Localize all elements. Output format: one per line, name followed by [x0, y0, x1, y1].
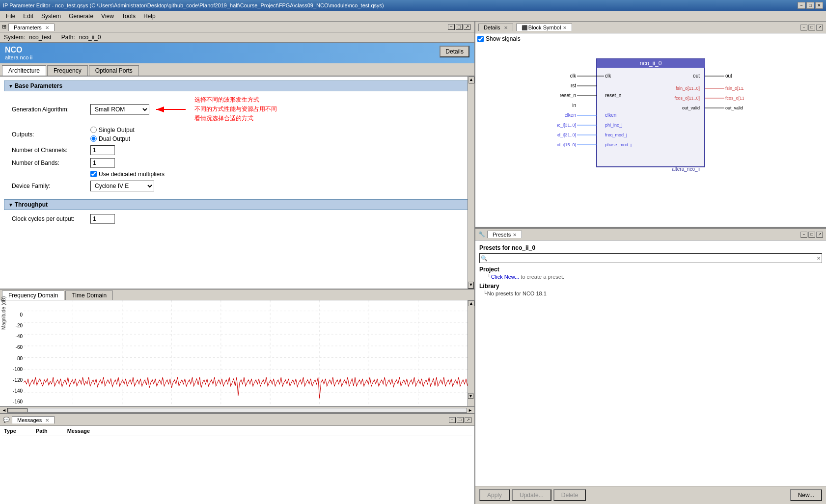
single-output-radio-label[interactable]: Single Output: [90, 127, 135, 133]
chart-tab-time[interactable]: Time Domain: [65, 291, 113, 300]
channels-label: Number of Channels:: [12, 147, 90, 154]
params-tab-close[interactable]: ✕: [45, 25, 49, 30]
svg-text:rst: rst: [571, 83, 576, 88]
scroll-right-btn[interactable]: ►: [467, 408, 473, 413]
messages-header: 💬 Messages ✕ − □ ↗: [0, 414, 474, 426]
chart-tab-frequency[interactable]: Frequency Domain: [2, 291, 64, 300]
col-message: Message: [67, 428, 90, 434]
throughput-header[interactable]: Throughput: [4, 199, 470, 210]
chart-scroll-up[interactable]: ▲: [468, 300, 474, 306]
params-tab[interactable]: Parameters ✕: [8, 24, 55, 31]
search-clear-icon[interactable]: ✕: [817, 256, 821, 261]
svg-text:fsin_o[11..0]: fsin_o[11..0]: [676, 86, 700, 91]
presets-minimize-btn[interactable]: −: [800, 232, 807, 238]
params-icon: ⊞: [2, 24, 6, 30]
delete-button[interactable]: Delete: [553, 489, 586, 501]
menu-file[interactable]: File: [2, 12, 19, 21]
show-signals-checkbox[interactable]: [477, 36, 484, 42]
system-label: System:: [4, 34, 25, 41]
details-tab-close[interactable]: ✕: [504, 25, 508, 30]
left-panel: ⊞ Parameters ✕ − □ ↗ System: nco_test Pa…: [0, 22, 475, 504]
tab-optional-ports[interactable]: Optional Ports: [89, 65, 139, 76]
window-controls[interactable]: − □ ✕: [798, 2, 823, 9]
messages-tab[interactable]: Messages ✕: [12, 416, 55, 424]
base-params-header[interactable]: Base Parameters: [4, 80, 470, 91]
single-output-radio[interactable]: [90, 127, 97, 133]
svg-text:reset_n: reset_n: [605, 93, 621, 98]
block-symbol-tab-close[interactable]: ✕: [563, 25, 567, 30]
presets-detach-btn[interactable]: ↗: [816, 232, 823, 238]
multipliers-checkbox[interactable]: [90, 171, 97, 177]
clock-cycles-input[interactable]: [90, 214, 115, 224]
presets-panel: 🔧 Presets ✕ − □ ↗ Presets for nco_ii_0 🔍: [475, 228, 826, 504]
params-detach-btn[interactable]: ↗: [464, 24, 470, 30]
details-button[interactable]: Details: [440, 46, 469, 57]
messages-minimize-btn[interactable]: −: [449, 417, 456, 423]
block-symbol-tab[interactable]: ⬛ Block Symbol ✕: [516, 24, 573, 31]
h-scrollbar-track[interactable]: [7, 408, 467, 413]
bands-input[interactable]: [90, 158, 115, 168]
svg-text:fcos_o[11..0]: fcos_o[11..0]: [674, 96, 700, 101]
close-button[interactable]: ✕: [815, 2, 823, 9]
presets-maximize-btn[interactable]: □: [808, 232, 815, 238]
presets-library-section: Library: [479, 283, 822, 290]
tab-architecture[interactable]: Architecture: [2, 65, 46, 76]
restore-button[interactable]: □: [806, 2, 814, 9]
dual-output-radio[interactable]: [90, 135, 97, 142]
svg-text:out_valid: out_valid: [725, 106, 743, 110]
architecture-content: Base Parameters Generation Algorithm: Sm…: [0, 77, 474, 289]
menu-system[interactable]: System: [37, 12, 65, 21]
details-detach-btn[interactable]: ↗: [816, 25, 823, 30]
h-scrollbar[interactable]: ◄ ►: [0, 406, 474, 413]
tab-frequency[interactable]: Frequency: [47, 65, 88, 76]
h-scrollbar-thumb[interactable]: [8, 408, 28, 412]
presets-tab-close[interactable]: ✕: [513, 232, 517, 238]
y-axis-title: Magnitude (dB): [1, 310, 6, 330]
presets-search-box[interactable]: 🔍 ✕: [479, 253, 822, 263]
tab-bar: Architecture Frequency Optional Ports: [0, 63, 474, 77]
params-maximize-btn[interactable]: □: [456, 24, 463, 30]
presets-click-new-link[interactable]: Click New...: [491, 274, 519, 280]
details-tab[interactable]: Details ✕: [478, 24, 513, 31]
single-output-label: Single Output: [99, 127, 135, 133]
minimize-button[interactable]: −: [798, 2, 805, 9]
chart-scrollbar[interactable]: ▲ ▼: [468, 300, 474, 406]
presets-footer: Apply Update... Delete New...: [475, 486, 826, 504]
messages-detach-btn[interactable]: ↗: [465, 417, 471, 423]
nco-title: NCO: [5, 46, 32, 54]
generation-algorithm-select[interactable]: Small ROM Large ROM Multiplier-based: [90, 104, 149, 115]
channels-input[interactable]: [90, 145, 115, 155]
menu-edit[interactable]: Edit: [19, 12, 37, 21]
presets-icon: 🔧: [478, 231, 485, 238]
scroll-left-btn[interactable]: ◄: [1, 408, 7, 413]
presets-search-input[interactable]: [489, 255, 817, 262]
scroll-up-btn[interactable]: ▲: [468, 77, 474, 83]
presets-project-section: Project: [479, 266, 822, 273]
svg-text:out: out: [693, 73, 700, 79]
outputs-label: Outputs:: [12, 131, 90, 138]
dual-output-radio-label[interactable]: Dual Output: [90, 135, 135, 142]
menu-view[interactable]: View: [97, 12, 118, 21]
params-minimize-btn[interactable]: −: [448, 24, 455, 30]
device-family-select[interactable]: Cyclone IV E: [90, 181, 154, 191]
menu-tools[interactable]: Tools: [118, 12, 139, 21]
apply-button[interactable]: Apply: [479, 489, 510, 501]
multipliers-checkbox-label[interactable]: Use dedicated multipliers: [90, 171, 165, 178]
chart-scroll-down[interactable]: ▼: [468, 393, 473, 399]
clock-cycles-row: Clock cycles per output:: [4, 214, 470, 224]
presets-tab[interactable]: Presets ✕: [487, 231, 522, 238]
menu-help[interactable]: Help: [139, 12, 160, 21]
scroll-down-btn[interactable]: ▼: [468, 282, 474, 289]
new-preset-button[interactable]: New...: [790, 489, 822, 501]
details-maximize-btn[interactable]: □: [808, 25, 815, 30]
chart-svg-container: [24, 300, 468, 406]
menu-generate[interactable]: Generate: [65, 12, 97, 21]
details-minimize-btn[interactable]: −: [800, 25, 807, 30]
messages-maximize-btn[interactable]: □: [457, 417, 464, 423]
messages-tab-close[interactable]: ✕: [45, 418, 49, 423]
vertical-scrollbar[interactable]: ▲ ▼: [468, 77, 474, 289]
update-button[interactable]: Update...: [512, 489, 551, 501]
generation-algorithm-row: Generation Algorithm: Small ROM Large RO…: [4, 95, 470, 124]
block-diagram-svg: nco_ii_0 clk clk rst reset_n reset_n: [557, 49, 744, 186]
svg-text:clken: clken: [605, 112, 616, 118]
